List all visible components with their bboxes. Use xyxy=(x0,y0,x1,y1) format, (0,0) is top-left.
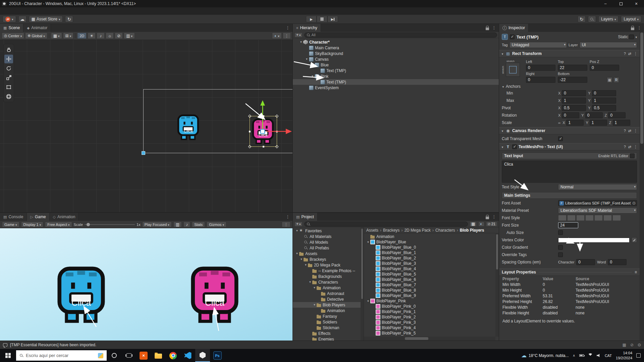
scrollbar-thumb[interactable] xyxy=(361,229,363,299)
anchor-min-y-field[interactable]: 0 xyxy=(592,90,616,96)
layout-properties-header[interactable]: Layout Properties xyxy=(499,268,640,276)
stats-toggle[interactable]: Stats xyxy=(192,222,205,227)
project-file[interactable]: ▼ BlobPlayer_Blue xyxy=(364,239,495,245)
component-enabled-checkbox[interactable] xyxy=(512,144,517,149)
foldout-icon[interactable] xyxy=(501,144,504,149)
battery-icon[interactable] xyxy=(579,354,584,357)
step-button[interactable] xyxy=(327,16,338,22)
kebab-menu-icon[interactable] xyxy=(634,51,638,56)
start-button[interactable] xyxy=(0,349,16,362)
foldout-icon[interactable] xyxy=(502,84,504,89)
scale-z-field[interactable]: 1 xyxy=(613,120,630,126)
create-asset-button[interactable] xyxy=(294,222,303,227)
project-search-input[interactable] xyxy=(304,222,468,227)
project-file[interactable]: BlobPlayer_Blue_3 xyxy=(364,261,495,266)
pause-button[interactable] xyxy=(317,16,327,22)
rect-transform-header[interactable]: Rect Transform xyxy=(499,50,640,57)
project-file[interactable]: BlobPlayer_Blue_4 xyxy=(364,266,495,272)
tray-expand-icon[interactable] xyxy=(573,354,575,357)
chrome-button[interactable] xyxy=(166,349,180,362)
scene-lighting-toggle[interactable] xyxy=(88,33,96,39)
hierarchy-item[interactable]: SkyBackground xyxy=(293,51,499,56)
lock-icon[interactable] xyxy=(486,27,489,30)
project-folder-item[interactable]: ▼ Animation xyxy=(293,285,364,291)
task-view-button[interactable] xyxy=(121,349,136,362)
hierarchy-item[interactable]: ▼ Blue xyxy=(293,62,499,68)
project-folder-item[interactable]: -- Example Photos -- xyxy=(293,268,364,274)
photoshop-button[interactable] xyxy=(210,349,225,362)
hidden-objects-toggle[interactable] xyxy=(115,33,123,39)
font-style-button[interactable] xyxy=(558,215,567,221)
kebab-menu-icon[interactable] xyxy=(286,25,290,30)
orientation-dropdown[interactable]: Global xyxy=(25,33,47,39)
rect-handle[interactable] xyxy=(263,146,264,147)
foldout-icon[interactable] xyxy=(501,51,504,56)
tmp-text-header[interactable]: TextMeshPro - Text (UI) xyxy=(499,143,640,150)
project-folder-item[interactable]: ▼ Assets xyxy=(293,251,364,256)
hierarchy-item[interactable]: EventSystem xyxy=(293,85,499,90)
text-input-section[interactable]: Text Input Enable RTL Editor xyxy=(502,153,637,159)
help-icon[interactable] xyxy=(624,51,626,56)
mute-audio-toggle[interactable] xyxy=(183,222,190,227)
foldout-icon[interactable]: ▼ xyxy=(312,303,317,306)
foldout-icon[interactable]: ▼ xyxy=(299,41,303,44)
file-explorer-button[interactable] xyxy=(151,349,166,362)
anchor-min-x-field[interactable]: 0 xyxy=(562,90,586,96)
taskbar-app-orange[interactable] xyxy=(136,349,151,362)
project-folder-item[interactable]: ▼ Blob Players xyxy=(293,302,364,308)
project-folder-item[interactable]: Detective xyxy=(293,296,364,302)
raw-edit-mode-button[interactable]: R xyxy=(613,77,619,83)
grid-visual-dropdown[interactable] xyxy=(51,33,62,39)
tab-animator[interactable]: Animator xyxy=(23,24,51,32)
scene-camera-dropdown[interactable] xyxy=(124,33,135,39)
rect-handle[interactable] xyxy=(263,115,264,117)
kebab-menu-icon[interactable] xyxy=(283,33,291,39)
hierarchy-item[interactable]: ▼ Character* xyxy=(293,39,499,45)
pivot-x-field[interactable]: 0.5 xyxy=(562,105,586,111)
project-folder-item[interactable]: Fantasy xyxy=(293,313,364,319)
foldout-icon[interactable]: ▼ xyxy=(366,300,370,303)
taskbar-clock[interactable]: 14:04 19/2/2024 xyxy=(616,351,632,360)
scene-sprite-blue[interactable]: Clica xyxy=(177,114,200,141)
hierarchy-item[interactable]: Main Camera xyxy=(293,45,499,51)
tab-inspector[interactable]: Inspector xyxy=(499,24,529,32)
wifi-icon[interactable] xyxy=(588,353,593,358)
auto-size-checkbox[interactable] xyxy=(558,230,563,235)
project-file[interactable]: ▼ BlobPlayer_Pink xyxy=(364,298,495,304)
taskbar-search[interactable]: Escriu aquí per cercar xyxy=(16,350,107,361)
snap-settings-dropdown[interactable] xyxy=(63,33,74,39)
project-folder-item[interactable]: ▼ 2D Mega Pack xyxy=(293,262,364,268)
kebab-menu-icon[interactable] xyxy=(634,144,638,149)
breadcrumb-item[interactable]: Assets xyxy=(366,228,382,233)
anchor-max-x-field[interactable]: 1 xyxy=(562,98,586,104)
project-folder-item[interactable]: All Prefabs xyxy=(293,245,364,251)
tag-dropdown[interactable]: Untagged xyxy=(509,42,567,48)
font-style-button[interactable] xyxy=(576,215,585,221)
canvas-renderer-header[interactable]: Canvas Renderer xyxy=(499,127,640,134)
foldout-icon[interactable]: ▼ xyxy=(299,258,304,261)
display-dropdown[interactable]: Display 1 xyxy=(21,222,44,227)
transform-tool-button[interactable] xyxy=(4,92,13,101)
foldout-icon[interactable]: ▼ xyxy=(310,63,315,66)
overlays-dropdown[interactable] xyxy=(272,33,282,39)
hierarchy-item[interactable]: Text (TMP) xyxy=(293,68,499,73)
volume-icon[interactable] xyxy=(597,354,601,358)
game-viewport[interactable]: Clica Clica xyxy=(0,228,292,341)
scene-effects-toggle[interactable] xyxy=(106,33,114,39)
inspector-scrollbar[interactable] xyxy=(640,32,644,341)
project-file[interactable]: BlobPlayer_Pink_4 xyxy=(364,325,495,330)
project-folder-item[interactable]: ▼ Characters xyxy=(293,279,364,285)
tab-game[interactable]: Game xyxy=(27,213,49,221)
lock-icon[interactable] xyxy=(486,217,489,219)
weather-widget[interactable]: 18°C Mayorm. nubla... xyxy=(521,352,569,359)
rotation-z-field[interactable]: 0 xyxy=(608,112,626,118)
project-file[interactable]: BlobPlayer_Pink_1 xyxy=(364,309,495,314)
status-icon-a[interactable] xyxy=(623,343,626,347)
project-folder-item[interactable]: All Models xyxy=(293,239,364,245)
rotation-x-field[interactable]: 0 xyxy=(562,112,579,118)
font-style-button[interactable] xyxy=(567,215,576,221)
hierarchy-item[interactable]: ▼ Canvas xyxy=(293,56,499,62)
play-button[interactable] xyxy=(306,16,317,22)
static-dropdown-icon[interactable] xyxy=(635,35,637,39)
project-folder-item[interactable]: Animation xyxy=(293,308,364,313)
